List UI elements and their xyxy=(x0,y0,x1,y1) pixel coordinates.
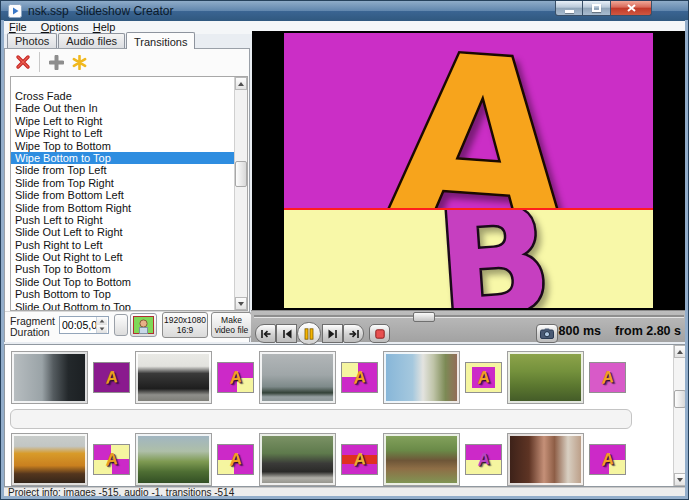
step-forward-icon xyxy=(327,329,339,339)
thumbnail-transition-magenta-a-corner-tl[interactable]: A xyxy=(341,362,378,393)
transitions-panel: Cross FadeFade Out then InWipe Left to R… xyxy=(4,48,250,342)
window-title: nsk.ssp Slideshow Creator xyxy=(28,4,173,18)
timeline-scroll-thumb[interactable] xyxy=(674,390,686,408)
resolution-button[interactable]: 1920x1080 16:9 xyxy=(162,312,208,338)
thumbnail-photo-indoor-couple[interactable] xyxy=(507,433,584,486)
transition-item-slide-out-left-to-right[interactable]: Slide Out Left to Right xyxy=(11,226,234,238)
transition-list-scrollbar[interactable] xyxy=(234,77,247,310)
minimize-icon xyxy=(565,10,574,13)
tab-audio-files[interactable]: Audio files xyxy=(58,33,125,48)
thumbnail-photo-grass-field[interactable] xyxy=(135,433,212,486)
app-icon xyxy=(8,4,22,18)
scroll-down-arrow[interactable] xyxy=(235,297,247,310)
thumbnail-photo-sunflower-couple[interactable] xyxy=(507,351,584,404)
new-transition-button[interactable] xyxy=(70,53,88,71)
title-bar: nsk.ssp Slideshow Creator xyxy=(1,1,688,21)
timeline-scroll-up[interactable] xyxy=(674,345,686,358)
fragment-duration-label: Fragment Duration xyxy=(10,316,55,338)
elapsed-time-label: 800 ms xyxy=(559,324,601,338)
thumbnail-photo-cloudy-lake[interactable] xyxy=(259,351,336,404)
transition-item-push-left-to-right[interactable]: Push Left to Right xyxy=(11,214,234,226)
thumbnail-photo-orange-tank-train[interactable] xyxy=(11,433,88,486)
transition-item-fade-out-then-in[interactable]: Fade Out then In xyxy=(11,102,234,114)
fragment-label-line2: Duration xyxy=(10,327,55,338)
transition-item-wipe-left-to-right[interactable]: Wipe Left to Right xyxy=(11,115,234,127)
transition-item-slide-from-top-right[interactable]: Slide from Top Right xyxy=(11,177,234,189)
preview-frame-button[interactable] xyxy=(130,313,157,337)
transition-letter: A xyxy=(93,362,130,393)
video-frame: A B xyxy=(284,33,653,308)
thumbnail-transition-magenta-a-corner-br-2[interactable]: A xyxy=(589,444,626,475)
spin-down-icon xyxy=(100,327,105,330)
transition-item-slide-from-top-left[interactable]: Slide from Top Left xyxy=(11,164,234,176)
transition-item-push-right-to-left[interactable]: Push Right to Left xyxy=(11,239,234,251)
transition-item-wipe-right-to-left[interactable]: Wipe Right to Left xyxy=(11,127,234,139)
transition-item-push-top-to-bottom[interactable]: Push Top to Bottom xyxy=(11,263,234,275)
transition-item-cross-fade[interactable]: Cross Fade xyxy=(11,90,234,102)
toolbar-separator xyxy=(39,52,40,72)
resolution-line2: 16:9 xyxy=(177,325,194,335)
thumbnail-photo-deer-under-tree[interactable] xyxy=(383,433,460,486)
spin-up-button[interactable] xyxy=(97,317,107,325)
transition-item-push-bottom-to-top[interactable]: Push Bottom to Top xyxy=(11,288,234,300)
camera-icon xyxy=(540,328,554,339)
thumbnail-photo-steam-locomotive[interactable] xyxy=(135,351,212,404)
timeline-scrollbar[interactable] xyxy=(673,345,686,486)
tab-strip: PhotosAudio filesTransitions xyxy=(7,34,196,48)
close-button[interactable] xyxy=(610,1,652,16)
plus-icon xyxy=(49,55,64,70)
snapshot-button[interactable] xyxy=(536,324,558,343)
scroll-thumb[interactable] xyxy=(235,161,247,187)
thumbnail-photo-park-locomotive[interactable] xyxy=(259,433,336,486)
transition-letter: A xyxy=(465,362,502,393)
scroll-up-arrow[interactable] xyxy=(235,77,247,90)
thumbnail-transition-checker-a[interactable]: A xyxy=(93,444,130,475)
pause-icon xyxy=(304,328,314,340)
tab-photos[interactable]: Photos xyxy=(7,33,57,48)
blank-button[interactable] xyxy=(114,314,128,336)
audio-track-placeholder xyxy=(10,409,632,429)
spin-down-button[interactable] xyxy=(97,325,107,333)
maximize-button[interactable] xyxy=(583,1,610,16)
thumbnail-photo-rotated-street[interactable] xyxy=(383,351,460,404)
delete-transition-button[interactable] xyxy=(14,53,32,71)
minimize-button[interactable] xyxy=(555,1,583,16)
transition-item-wipe-top-to-bottom[interactable]: Wipe Top to Bottom xyxy=(11,140,234,152)
playback-bar: 800 ms from 2.80 s xyxy=(251,310,687,342)
skip-to-start-button[interactable] xyxy=(255,324,276,343)
tab-transitions[interactable]: Transitions xyxy=(126,32,195,49)
thumbnail-transition-yellow-center-square-a[interactable]: A xyxy=(465,362,502,393)
skip-to-end-icon xyxy=(348,329,360,339)
thumbnail-transition-magenta-a-red-stripe[interactable]: A xyxy=(341,444,378,475)
transition-item-slide-out-right-to-left[interactable]: Slide Out Right to Left xyxy=(11,251,234,263)
add-transition-button[interactable] xyxy=(47,53,65,71)
transition-item-slide-out-bottom-to-top[interactable]: Slide Out Bottom to Top xyxy=(11,301,234,311)
duration-input[interactable] xyxy=(60,319,96,331)
pause-button[interactable] xyxy=(297,322,321,345)
step-forward-button[interactable] xyxy=(322,324,343,343)
transition-item-wipe-bottom-to-top[interactable]: Wipe Bottom to Top xyxy=(11,152,234,164)
down-arrow-icon xyxy=(677,478,683,482)
preview-frame-icon xyxy=(133,316,154,334)
make-video-file-button[interactable]: Make video file xyxy=(211,312,252,338)
seek-slider-track[interactable] xyxy=(254,315,684,318)
thumbnail-transition-half-yellow-a[interactable]: A xyxy=(465,444,502,475)
stop-icon xyxy=(375,329,385,339)
step-back-button[interactable] xyxy=(276,324,297,343)
thumbnail-transition-magenta-a-corner-br[interactable]: A xyxy=(217,362,254,393)
thumbnail-transition-magenta-a-corner-bl[interactable]: A xyxy=(217,444,254,475)
transition-item-slide-from-bottom-left[interactable]: Slide from Bottom Left xyxy=(11,189,234,201)
transition-list-items: Cross FadeFade Out then InWipe Left to R… xyxy=(11,90,234,311)
transition-item-slide-from-bottom-right[interactable]: Slide from Bottom Right xyxy=(11,202,234,214)
transition-letter: A xyxy=(217,444,254,475)
seek-slider-handle[interactable] xyxy=(413,312,435,322)
timeline-scroll-down[interactable] xyxy=(674,473,686,486)
stop-button[interactable] xyxy=(369,324,390,343)
up-arrow-icon xyxy=(238,82,244,86)
transition-item-slide-out-top-to-bottom[interactable]: Slide Out Top to Bottom xyxy=(11,276,234,288)
skip-to-end-button[interactable] xyxy=(343,324,364,343)
timeline-row-2: AAAAA xyxy=(11,433,626,486)
thumbnail-transition-pink-a[interactable]: A xyxy=(589,362,626,393)
thumbnail-transition-dark-purple-a[interactable]: A xyxy=(93,362,130,393)
thumbnail-photo-museum-interior[interactable] xyxy=(11,351,88,404)
